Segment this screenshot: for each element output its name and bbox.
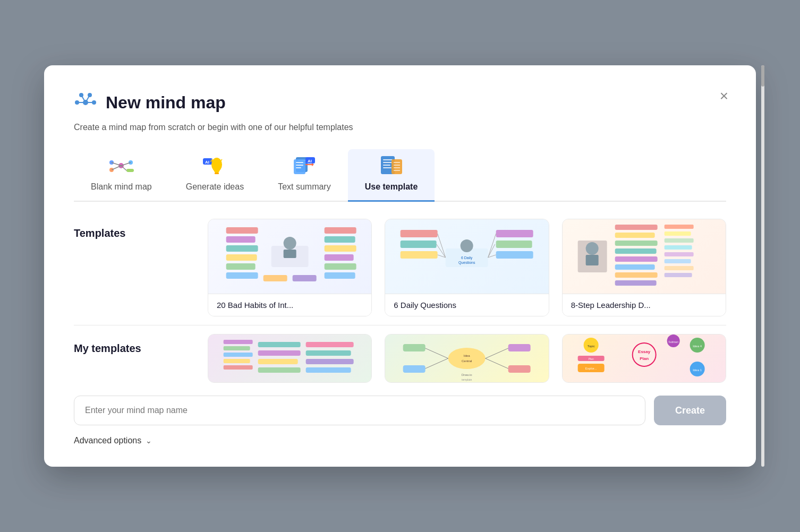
svg-rect-29: [296, 167, 301, 168]
svg-rect-90: [664, 245, 692, 250]
scrollbar-thumb: [761, 65, 764, 87]
svg-rect-64: [401, 230, 438, 237]
my-template-card-3[interactable]: Essay Plan Topic Idea 4 Idea 1 Explor...: [562, 334, 726, 383]
svg-rect-59: [293, 275, 317, 281]
template-icon: [377, 153, 406, 178]
svg-rect-101: [258, 350, 301, 356]
svg-point-77: [585, 242, 598, 255]
svg-rect-94: [664, 273, 692, 277]
svg-rect-65: [401, 241, 437, 248]
svg-rect-26: [294, 159, 305, 174]
svg-rect-97: [224, 353, 253, 357]
svg-rect-54: [325, 245, 356, 252]
svg-text:Plan: Plan: [640, 356, 649, 361]
svg-text:AI: AI: [308, 159, 312, 164]
svg-rect-38: [392, 159, 402, 174]
new-mindmap-dialog: New mind map × Create a mind map from sc…: [44, 65, 756, 467]
modal-overlay: New mind map × Create a mind map from sc…: [0, 0, 800, 532]
svg-rect-80: [615, 233, 654, 238]
svg-rect-95: [224, 340, 253, 344]
tab-template-label: Use template: [365, 182, 418, 192]
svg-text:Idea 4: Idea 4: [693, 345, 702, 348]
templates-section: Templates: [74, 219, 726, 316]
svg-line-71: [437, 244, 446, 258]
my-templates-label: My templates: [74, 334, 191, 355]
mindmap-logo-icon: [74, 91, 97, 114]
svg-rect-36: [383, 165, 390, 166]
svg-rect-49: [226, 254, 257, 261]
input-row: Create: [74, 396, 726, 425]
svg-rect-57: [325, 272, 355, 279]
svg-rect-35: [383, 162, 393, 163]
svg-rect-83: [615, 256, 657, 262]
svg-rect-81: [615, 241, 657, 246]
create-button[interactable]: Create: [654, 396, 726, 425]
close-button[interactable]: ×: [718, 87, 730, 106]
svg-rect-99: [224, 365, 253, 370]
svg-rect-87: [664, 225, 693, 229]
svg-rect-48: [226, 245, 258, 252]
svg-line-113: [424, 358, 448, 369]
svg-text:Central: Central: [462, 359, 472, 363]
svg-text:AI: AI: [205, 160, 209, 165]
svg-rect-91: [664, 252, 693, 256]
svg-text:6 Daily: 6 Daily: [461, 256, 473, 260]
template-name-bad-habits: 20 Bad Habits of Int...: [208, 294, 371, 316]
svg-rect-45: [284, 250, 296, 258]
tab-blank-label: Blank mind map: [91, 182, 152, 192]
svg-text:template: template: [462, 378, 472, 381]
my-template-card-2[interactable]: Idea Central Draw.io: [385, 334, 549, 383]
svg-rect-89: [664, 238, 693, 243]
chevron-down-icon: ⌄: [146, 436, 152, 445]
my-template-preview-1: [208, 334, 371, 382]
mindmap-name-input[interactable]: [74, 396, 645, 425]
my-templates-section: My templates: [74, 334, 726, 383]
template-card-daily-questions[interactable]: 6 Daily Questions: [385, 219, 549, 316]
my-templates-grid: Idea Central Draw.io: [208, 334, 726, 383]
svg-rect-55: [325, 254, 354, 261]
svg-point-44: [284, 237, 296, 250]
svg-rect-114: [403, 365, 425, 373]
svg-point-123: [632, 343, 656, 366]
my-template-preview-2: Idea Central Draw.io: [385, 334, 548, 382]
svg-rect-92: [664, 259, 691, 263]
advanced-options-label: Advanced options: [74, 436, 141, 445]
tab-text-summary[interactable]: AI Text summary: [261, 149, 348, 202]
svg-rect-27: [296, 162, 303, 163]
svg-rect-112: [403, 344, 425, 351]
svg-rect-88: [664, 231, 691, 236]
ai-text-icon: AI: [290, 153, 319, 178]
template-card-bad-habits[interactable]: 20 Bad Habits of Int...: [208, 219, 372, 316]
svg-rect-50: [226, 263, 256, 270]
svg-rect-79: [615, 225, 657, 230]
svg-text:Draw.io: Draw.io: [462, 373, 473, 376]
template-card-leadership[interactable]: 8-Step Leadership D...: [562, 219, 726, 316]
svg-rect-68: [496, 241, 532, 248]
modal-title: New mind map: [106, 93, 226, 113]
blank-mindmap-icon: [106, 153, 136, 178]
tab-generate-ideas[interactable]: AI Generate ideas: [169, 149, 261, 202]
svg-rect-107: [306, 367, 351, 373]
scrollbar[interactable]: [761, 65, 764, 467]
tab-blank-mindmap[interactable]: Blank mind map: [74, 149, 169, 202]
my-template-card-1[interactable]: [208, 334, 372, 383]
svg-rect-21: [215, 173, 219, 174]
svg-rect-28: [296, 165, 303, 166]
advanced-options-button[interactable]: Advanced options ⌄: [74, 436, 152, 445]
tab-bar: Blank mind map AI Generate ideas: [74, 149, 726, 202]
tab-generate-label: Generate ideas: [186, 182, 244, 192]
section-divider: [74, 325, 726, 325]
bottom-section: Create Advanced options ⌄: [74, 396, 726, 445]
svg-rect-53: [325, 236, 355, 243]
svg-rect-102: [258, 359, 298, 364]
svg-text:Idea 1: Idea 1: [693, 368, 702, 372]
svg-rect-46: [226, 227, 258, 234]
svg-rect-66: [401, 251, 438, 259]
svg-rect-104: [306, 342, 354, 347]
svg-rect-93: [664, 266, 693, 270]
svg-line-70: [438, 234, 446, 258]
tab-use-template[interactable]: Use template: [348, 149, 435, 202]
svg-point-63: [461, 239, 473, 252]
svg-rect-118: [508, 365, 531, 373]
svg-rect-96: [224, 346, 250, 350]
